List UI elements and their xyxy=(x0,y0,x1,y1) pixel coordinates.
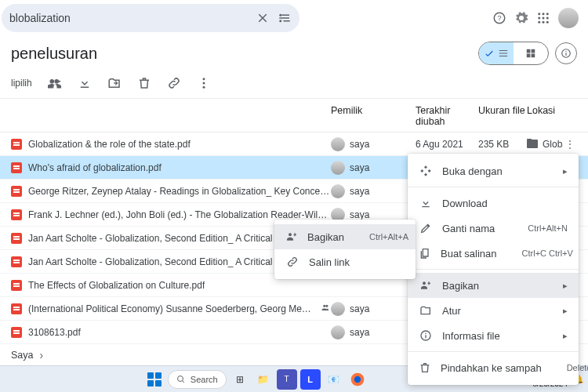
svg-point-20 xyxy=(425,333,426,335)
svg-point-16 xyxy=(202,78,205,80)
file-name: George Ritzer, Zeynep Atalay - Readings … xyxy=(28,186,331,197)
firefox-icon[interactable] xyxy=(347,369,368,390)
explorer-icon[interactable]: 📁 xyxy=(253,369,274,390)
file-name: Who's afraid of globalization.pdf xyxy=(28,162,162,173)
pdf-icon xyxy=(11,139,22,150)
share-icon[interactable] xyxy=(48,76,62,90)
download-icon[interactable] xyxy=(78,76,92,90)
svg-rect-21 xyxy=(425,335,426,338)
folder-icon xyxy=(527,140,538,148)
svg-point-7 xyxy=(538,17,540,20)
delete-icon[interactable] xyxy=(137,76,151,90)
svg-point-24 xyxy=(354,376,361,382)
menu-file-info[interactable]: Informasi file▸ xyxy=(408,323,579,348)
file-name: Frank J. Lechner (ed.), John Boli (ed.) … xyxy=(28,209,331,220)
column-headers: Pemilik Terakhir diubah Ukuran file Loka… xyxy=(0,99,588,132)
svg-point-10 xyxy=(538,21,540,24)
svg-point-14 xyxy=(565,51,566,52)
file-name: The Effects of Globalization on Culture.… xyxy=(28,280,205,291)
modified-date: 6 Agu 2021 xyxy=(416,139,478,150)
menu-rename[interactable]: Ganti namaCtrl+Alt+N xyxy=(408,216,579,241)
owner-name: saya xyxy=(350,303,369,314)
pdf-icon xyxy=(11,303,22,314)
pdf-icon xyxy=(11,233,22,244)
owner-name: saya xyxy=(350,327,369,338)
shared-icon xyxy=(321,303,331,315)
file-name: (International Political Economy) Susann… xyxy=(28,303,314,314)
location-name: Globalisation xyxy=(543,139,563,150)
owner-avatar xyxy=(331,325,345,339)
submenu-share[interactable]: BagikanCtrl+Alt+A xyxy=(274,224,416,249)
pdf-icon xyxy=(11,280,22,291)
clear-icon[interactable] xyxy=(256,11,270,25)
owner-chip[interactable]: Saya xyxy=(11,350,34,361)
svg-point-1 xyxy=(279,20,281,22)
pdf-icon xyxy=(11,186,22,197)
owner-avatar xyxy=(331,302,345,316)
svg-point-6 xyxy=(546,13,549,15)
file-name: Globalization & the role of the state.pd… xyxy=(28,139,191,150)
chevron-right-icon: › xyxy=(40,349,44,361)
apps-icon[interactable] xyxy=(536,11,550,25)
mail-icon[interactable]: 📧 xyxy=(324,369,344,390)
menu-organize[interactable]: Atur▸ xyxy=(408,298,579,323)
svg-point-9 xyxy=(546,17,549,20)
row-more-icon[interactable]: ⋮ xyxy=(563,139,577,150)
gear-icon[interactable] xyxy=(514,11,528,25)
pdf-icon xyxy=(11,209,22,220)
list-view-button[interactable] xyxy=(479,42,514,64)
account-avatar[interactable] xyxy=(558,8,579,28)
svg-rect-15 xyxy=(565,53,566,56)
task-view-icon[interactable]: ⊞ xyxy=(230,369,250,390)
file-size: 235 KB xyxy=(478,139,527,150)
svg-point-22 xyxy=(177,376,183,381)
menu-trash[interactable]: Pindahkan ke sampahDelete xyxy=(408,355,579,380)
menu-open-with[interactable]: Buka dengan▸ xyxy=(408,158,579,183)
file-name: 3108613.pdf xyxy=(28,327,81,338)
view-toggle[interactable] xyxy=(478,42,549,65)
selection-toolbar: lipilih xyxy=(0,71,588,99)
share-submenu: BagikanCtrl+Alt+A Salin link xyxy=(274,220,416,279)
owner-avatar xyxy=(331,161,345,175)
taskbar-search[interactable]: Search xyxy=(168,370,227,389)
menu-download[interactable]: Download xyxy=(408,191,579,216)
more-icon[interactable] xyxy=(197,76,211,90)
svg-point-18 xyxy=(202,85,205,88)
context-menu: Buka dengan▸ Download Ganti namaCtrl+Alt… xyxy=(408,154,579,385)
start-button[interactable] xyxy=(144,369,165,390)
app-l-icon[interactable]: L xyxy=(300,369,321,390)
submenu-copy-link[interactable]: Salin link xyxy=(274,249,416,274)
owner-name: saya xyxy=(350,186,369,197)
svg-text:?: ? xyxy=(497,14,501,22)
menu-make-copy[interactable]: Buat salinanCtrl+C Ctrl+V xyxy=(408,241,579,266)
file-row[interactable]: Globalization & the role of the state.pd… xyxy=(0,132,588,156)
details-toggle[interactable] xyxy=(555,42,577,64)
filter-icon[interactable] xyxy=(278,11,292,25)
svg-point-0 xyxy=(279,14,281,16)
svg-point-11 xyxy=(543,21,545,24)
svg-point-12 xyxy=(546,21,549,24)
owner-avatar xyxy=(331,137,345,151)
move-icon[interactable] xyxy=(107,76,122,90)
svg-point-4 xyxy=(538,13,540,15)
pdf-icon xyxy=(11,256,22,267)
svg-point-5 xyxy=(543,13,545,15)
owner-name: saya xyxy=(350,162,369,173)
help-icon[interactable]: ? xyxy=(492,11,506,25)
svg-point-17 xyxy=(202,82,205,84)
pdf-icon xyxy=(11,327,22,338)
svg-point-8 xyxy=(543,17,545,20)
selected-count-label: lipilih xyxy=(11,78,32,89)
teams-icon[interactable]: T xyxy=(277,369,297,390)
owner-avatar xyxy=(331,184,345,198)
page-title: penelusuran xyxy=(11,45,97,63)
link-icon[interactable] xyxy=(167,76,181,90)
owner-name: saya xyxy=(350,209,369,220)
search-box[interactable] xyxy=(2,4,299,32)
menu-share[interactable]: Bagikan▸ xyxy=(408,273,579,298)
owner-name: saya xyxy=(350,139,369,150)
pdf-icon xyxy=(11,162,22,173)
grid-view-button[interactable] xyxy=(514,42,548,64)
search-input[interactable] xyxy=(9,12,256,24)
